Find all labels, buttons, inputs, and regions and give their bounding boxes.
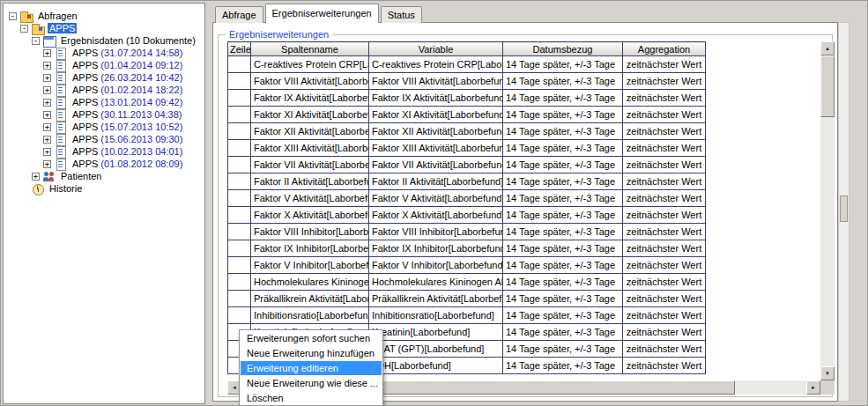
cell-zeile[interactable] bbox=[228, 56, 251, 73]
cell-aggregation[interactable]: zeitnächster Wert bbox=[623, 207, 706, 224]
cell-variable[interactable]: Faktor V Inhibitor[Laborbefund] bbox=[369, 257, 503, 274]
cell-variable[interactable]: Faktor X Aktivität[Laborbefund] bbox=[369, 207, 503, 224]
column-header[interactable]: Datumsbezug bbox=[503, 42, 623, 56]
tree-item[interactable]: - Abfragen bbox=[7, 10, 204, 22]
cell-spaltenname[interactable]: Faktor VII Aktivität[Laborbefund] bbox=[251, 157, 369, 173]
cell-aggregation[interactable]: zeitnächster Wert bbox=[623, 307, 706, 324]
cell-aggregation[interactable]: zeitnächster Wert bbox=[623, 73, 706, 90]
cell-variable[interactable]: Faktor IX Aktivität[Laborbefund] bbox=[369, 90, 503, 107]
cell-variable[interactable]: Faktor V Aktivität[Laborbefund] bbox=[369, 190, 503, 207]
cell-zeile[interactable] bbox=[228, 140, 251, 157]
tab[interactable]: Abfrage bbox=[215, 6, 263, 23]
cell-aggregation[interactable]: zeitnächster Wert bbox=[623, 224, 706, 240]
cell-variable[interactable]: Faktor VIII Inhibitor[Laborbefund] bbox=[369, 224, 503, 240]
tree-expander-box[interactable]: + bbox=[43, 136, 51, 144]
cell-zeile[interactable] bbox=[228, 173, 251, 190]
tree-expander-box[interactable]: + bbox=[43, 111, 51, 119]
cell-datumsbezug[interactable]: 14 Tage später, +/-3 Tage bbox=[503, 257, 623, 274]
tree-item-label[interactable]: APPS(01.02.2014 18:22) bbox=[70, 85, 184, 95]
tree-item-label[interactable]: APPS(13.01.2014 09:42) bbox=[70, 97, 184, 107]
tree-expander-box[interactable]: - bbox=[20, 25, 28, 33]
cell-spaltenname[interactable]: Hochmolekulares Kininogen Akt.[Laborbefu… bbox=[251, 274, 369, 291]
tree-expander-box[interactable]: + bbox=[43, 74, 51, 82]
tree-item[interactable]: + APPS(31.07.2014 14:58) bbox=[7, 47, 204, 59]
tree-item[interactable]: Historie bbox=[7, 182, 204, 195]
column-header[interactable]: Aggregation bbox=[623, 42, 706, 56]
tree-item[interactable]: + APPS(01.08.2012 08:09) bbox=[7, 158, 204, 170]
tree-item[interactable]: - APPS bbox=[7, 22, 204, 34]
tree-item-label[interactable]: APPS(10.02.2013 04:01) bbox=[70, 146, 184, 157]
tree-item-label[interactable]: Abfragen bbox=[36, 11, 79, 21]
cell-variable[interactable]: Kreatinin[Laborbefund] bbox=[369, 324, 503, 341]
cell-datumsbezug[interactable]: 14 Tage später, +/-3 Tage bbox=[503, 358, 623, 374]
cell-datumsbezug[interactable]: 14 Tage später, +/-3 Tage bbox=[503, 173, 623, 190]
tree-expander-box[interactable]: + bbox=[43, 62, 51, 70]
cell-datumsbezug[interactable]: 14 Tage später, +/-3 Tage bbox=[503, 123, 623, 140]
cell-datumsbezug[interactable]: 14 Tage später, +/-3 Tage bbox=[503, 73, 623, 90]
cell-zeile[interactable] bbox=[228, 157, 251, 173]
cell-variable[interactable]: Hochmolekulares Kininogen Akt.[Laborbefu… bbox=[369, 274, 503, 291]
tree-item-label[interactable]: APPS bbox=[48, 23, 77, 33]
menu-item[interactable]: Neue Erweiterung wie diese ... bbox=[241, 375, 382, 390]
tree-item-label[interactable]: Patienten bbox=[59, 171, 103, 181]
cell-variable[interactable]: Faktor XII Aktivität[Laborbefund] bbox=[369, 123, 503, 140]
cell-aggregation[interactable]: zeitnächster Wert bbox=[623, 291, 706, 307]
cell-datumsbezug[interactable]: 14 Tage später, +/-3 Tage bbox=[503, 190, 623, 207]
tree-expander-box[interactable]: + bbox=[32, 173, 40, 181]
cell-variable[interactable]: Faktor XI Aktivität[Laborbefund] bbox=[369, 107, 503, 123]
cell-zeile[interactable] bbox=[228, 107, 251, 123]
cell-aggregation[interactable]: zeitnächster Wert bbox=[623, 358, 706, 374]
menu-item[interactable]: Erweiterung editieren bbox=[241, 361, 382, 376]
cell-spaltenname[interactable]: Faktor II Aktivität[Laborbefund] bbox=[251, 173, 369, 190]
cell-zeile[interactable] bbox=[228, 307, 251, 324]
cell-spaltenname[interactable]: Faktor IX Inhibitor[Laborbefund] bbox=[251, 240, 369, 257]
cell-zeile[interactable] bbox=[228, 90, 251, 107]
cell-datumsbezug[interactable]: 14 Tage später, +/-3 Tage bbox=[503, 324, 623, 341]
cell-datumsbezug[interactable]: 14 Tage später, +/-3 Tage bbox=[503, 90, 623, 107]
cell-zeile[interactable] bbox=[228, 291, 251, 307]
cell-spaltenname[interactable]: Faktor VIII Inhibitor[Laborbefund] bbox=[251, 224, 369, 240]
tree-item[interactable]: + Patienten bbox=[7, 170, 204, 182]
table-vertical-scrollbar[interactable] bbox=[820, 41, 835, 380]
cell-aggregation[interactable]: zeitnächster Wert bbox=[623, 173, 706, 190]
cell-spaltenname[interactable]: Faktor X Aktivität[Laborbefund] bbox=[251, 207, 369, 224]
cell-variable[interactable]: C-reaktives Protein CRP[Laborbefund] bbox=[369, 56, 503, 73]
cell-aggregation[interactable]: zeitnächster Wert bbox=[623, 274, 706, 291]
cell-aggregation[interactable]: zeitnächster Wert bbox=[623, 90, 706, 107]
cell-datumsbezug[interactable]: 14 Tage später, +/-3 Tage bbox=[503, 307, 623, 324]
tree-item-label[interactable]: APPS(01.04.2014 09:12) bbox=[70, 60, 184, 70]
scroll-right-button[interactable] bbox=[806, 380, 820, 395]
cell-aggregation[interactable]: zeitnächster Wert bbox=[623, 140, 706, 157]
column-header[interactable]: Zeile bbox=[228, 42, 251, 56]
tree-item-label[interactable]: APPS(30.11.2013 04:38) bbox=[70, 109, 184, 120]
cell-variable[interactable]: LDH[Laborbefund] bbox=[369, 358, 503, 374]
cell-datumsbezug[interactable]: 14 Tage später, +/-3 Tage bbox=[503, 224, 623, 240]
tree-item-label[interactable]: APPS(31.07.2014 14:58) bbox=[70, 48, 184, 58]
cell-zeile[interactable] bbox=[228, 257, 251, 274]
cell-variable[interactable]: Inhibitionsratio[Laborbefund] bbox=[369, 307, 503, 324]
tree-expander-box[interactable]: + bbox=[43, 160, 51, 168]
cell-aggregation[interactable]: zeitnächster Wert bbox=[623, 56, 706, 73]
tree-item-label[interactable]: APPS(26.03.2014 10:42) bbox=[70, 72, 184, 83]
tree-expander-box[interactable]: + bbox=[43, 148, 51, 156]
column-header[interactable]: Variable bbox=[369, 42, 503, 56]
cell-zeile[interactable] bbox=[228, 123, 251, 140]
vertical-scroll-thumb[interactable] bbox=[820, 55, 835, 117]
cell-variable[interactable]: Faktor II Aktivität[Laborbefund] bbox=[369, 173, 503, 190]
cell-spaltenname[interactable]: Faktor V Aktivität[Laborbefund] bbox=[251, 190, 369, 207]
tree-item-label[interactable]: Ergebnisdaten (10 Dokumente) bbox=[59, 35, 197, 46]
tree-item[interactable]: + APPS(15.06.2013 09:30) bbox=[7, 133, 204, 145]
tab[interactable]: Ergebniserweiterungen bbox=[265, 4, 379, 23]
cell-datumsbezug[interactable]: 14 Tage später, +/-3 Tage bbox=[503, 56, 623, 73]
tree-item-label[interactable]: APPS(15.07.2013 10:52) bbox=[70, 122, 184, 132]
panel-scroll-thumb[interactable] bbox=[840, 196, 848, 222]
cell-spaltenname[interactable]: Faktor V Inhibitor[Laborbefund] bbox=[251, 257, 369, 274]
tree-item[interactable]: - Ergebnisdaten (10 Dokumente) bbox=[7, 34, 204, 47]
tree-expander-box[interactable]: + bbox=[43, 86, 51, 94]
tree-expander-box[interactable]: - bbox=[32, 37, 40, 45]
tree-item[interactable]: + APPS(10.02.2013 04:01) bbox=[7, 145, 204, 158]
tab[interactable]: Status bbox=[381, 6, 422, 23]
cell-aggregation[interactable]: zeitnächster Wert bbox=[623, 107, 706, 123]
cell-variable[interactable]: Faktor IX Inhibitor[Laborbefund] bbox=[369, 240, 503, 257]
cell-datumsbezug[interactable]: 14 Tage später, +/-3 Tage bbox=[503, 274, 623, 291]
